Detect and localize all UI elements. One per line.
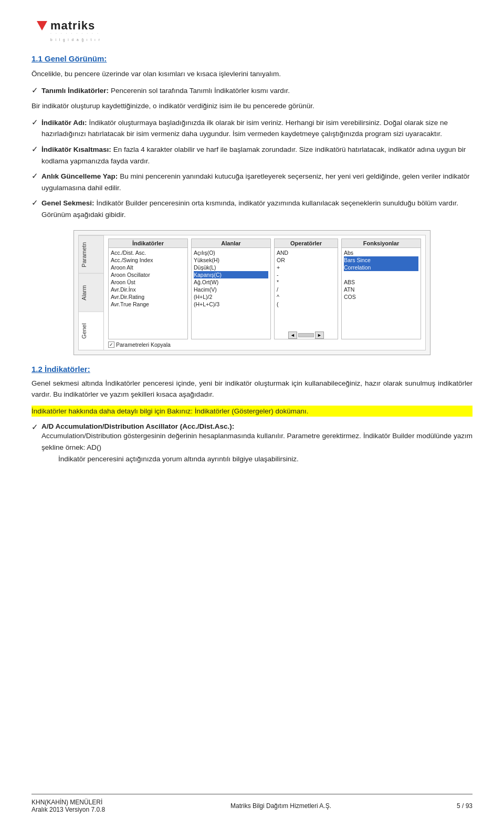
list-item-selected-3: Correlation [344,264,418,271]
list-item: ABS [344,278,418,286]
highlighted-info: İndikatörler hakkında daha detaylı bilgi… [32,406,472,417]
check-label-adi: İndikatör Adı: [41,119,87,127]
list-item: (H+L)/2 [194,293,268,301]
list-item: Acc./Swing Index [111,256,185,264]
logo: matriks · · · · · · · · · · · · · b i l … [32,16,100,45]
footer-right-page-number: 5 / 93 [457,802,472,810]
list-item: Avr.Dir.İnx [111,286,185,293]
list-item: Yüksek(H) [194,256,268,264]
list-item: Aroon Oscillator [111,271,185,278]
op-scrollbar [298,333,314,337]
list-item: Düşük(L) [194,264,268,271]
ss-col-header-operatorler: Operatörler [275,239,338,248]
check-indent-ad: İndikatör penceresini açtığınızda yorum … [41,453,472,465]
check-item-tanimli: ✓ Tanımlı İndikatörler: Pencerenin sol t… [32,85,472,97]
ss-footer: ✓ Parametreleri Kopyala [108,341,421,348]
list-item: ATN [344,286,418,293]
ss-col-header-indikatorler: İndikatörler [109,239,187,248]
list-item: OR [277,256,335,264]
ss-col-body-indikatorler: Acc./Dist. Asc. Acc./Swing Index Aroon A… [109,248,187,339]
check-label-kisaltma: İndikatör Kısaltması: [41,146,111,153]
list-item [344,271,418,278]
list-item: COS [344,293,418,301]
page-footer: KHN(KAHİN) MENÜLERİ Aralık 2013 Versiyon… [32,794,472,813]
check-body-ad: Accumulation/Distribution göstergesinin … [41,430,472,453]
side-tab-alarm[interactable]: Alarm [79,273,103,312]
check-content-ad: A/D Accumulation/Distribution Ascillator… [41,422,472,470]
list-item: ^ [277,293,335,301]
section-2-intro: Genel sekmesi altında İndikatörler pence… [32,378,472,400]
list-item: * [277,278,335,286]
svg-text:matriks: matriks [50,19,95,32]
check-item-kisaltma: ✓ İndikatör Kısaltması: En fazla 4 karak… [32,144,472,167]
ss-col-body-fonksiyonlar: Abs Bars Since Correlation ABS ATN COS [342,248,421,339]
checkmark-icon-2: ✓ [32,118,38,127]
list-item: Aroon Üst [111,278,185,286]
checkmark-icon-6: ✓ [32,422,38,432]
op-left-arrow-button[interactable]: ◄ [288,332,297,339]
svg-text:b i l g i  d a ğ ı t ı m: b i l g i d a ğ ı t ı m [50,38,100,42]
list-item: Avr.Dir.Rating [111,293,185,301]
op-arrows: ◄ ► [275,332,338,339]
check-label-tanimli: Tanımlı İndikatörler: [41,87,109,95]
ss-col-body-operatorler: AND OR + - * / ^ ( [275,248,338,329]
checkmark-icon-4: ✓ [32,171,38,181]
svg-marker-0 [37,21,47,30]
footer-left-line2: Aralık 2013 Versiyon 7.0.8 [32,806,105,813]
list-item: Avr.True Range [111,301,185,308]
footer-left: KHN(KAHİN) MENÜLERİ Aralık 2013 Versiyon… [32,799,105,813]
checkbox-label: Parametreleri Kopyala [116,341,171,348]
ss-col-fonksiyonlar: Fonksiyonlar Abs Bars Since Correlation … [341,239,421,339]
footer-center: Matriks Bilgi Dağıtım Hizmetleri A.Ş. [230,802,331,810]
list-item: AND [277,249,335,256]
list-item: / [277,286,335,293]
list-item: - [277,271,335,278]
list-item-selected: Kapanış(C) [194,271,268,278]
footer-left-line1: KHN(KAHİN) MENÜLERİ [32,799,105,806]
list-item: Ağ.Ort(W) [194,278,268,286]
check-item-adi: ✓ İndikatör Adı: İndikatör oluşturmaya b… [32,117,472,140]
check-body-genel: İndikatör Builder penceresinin orta kısm… [41,199,458,219]
side-tabs-panel: Parametn Alarm Genel [79,235,104,350]
side-tab-genel[interactable]: Genel [79,312,103,350]
screenshot-container: Parametn Alarm Genel İndikatörler Acc./D… [74,230,430,355]
section-1-1-title: 1.1 Genel Görünüm: [32,54,472,63]
check-body-tanimli: Pencerenin sol tarafında Tanımlı İndikat… [111,87,290,95]
check-item-ad: ✓ A/D Accumulation/Distribution Ascillat… [32,422,472,470]
check-item-genel: ✓ Genel Sekmesi: İndikatör Builder pence… [32,198,472,220]
check-label-genel: Genel Sekmesi: [41,199,94,207]
check-content-anlik: Anlık Güncelleme Yap: Bu mini pencerenin… [41,171,472,193]
section-1-2-title: 1.2 İndikatörler: [32,365,472,374]
list-item: + [277,264,335,271]
bir-indikator-text: Bir indikatör oluşturup kaydettiğinizde,… [32,100,472,112]
list-item: (H+L+C)/3 [194,301,268,308]
side-tab-parametn[interactable]: Parametn [79,235,103,274]
page-header: matriks · · · · · · · · · · · · · b i l … [32,16,472,45]
list-item: Hacim(V) [194,286,268,293]
ss-col-header-alanlar: Alanlar [192,239,270,248]
ss-col-alanlar: Alanlar Açılış(O) Yüksek(H) Düşük(L) Kap… [191,239,271,339]
ss-col-header-fonksiyonlar: Fonksiyonlar [342,239,421,248]
checkmark-icon-5: ✓ [32,198,38,208]
list-item: Aroon Alt [111,264,185,271]
check-label-ad: A/D Accumulation/Distribution Ascillator… [41,422,234,430]
screenshot-main: İndikatörler Acc./Dist. Asc. Acc./Swing … [104,235,425,350]
intro-text: Öncelikle, bu pencere üzerinde var olan … [32,68,472,80]
list-item: Açılış(O) [194,249,268,256]
check-body-adi: İndikatör oluşturmaya başladığınızda ilk… [41,119,448,138]
list-item: ( [277,301,335,308]
list-item: Abs [344,249,418,256]
checkbox-box[interactable]: ✓ [108,341,114,348]
checkmark-icon-3: ✓ [32,144,38,154]
ss-col-body-alanlar: Açılış(O) Yüksek(H) Düşük(L) Kapanış(C) … [192,248,270,339]
ss-col-operatorler: Operatörler AND OR + - * / ^ ( [274,239,338,339]
check-content-adi: İndikatör Adı: İndikatör oluşturmaya baş… [41,117,472,140]
check-label-anlik: Anlık Güncelleme Yap: [41,172,118,180]
parametreleri-kopyala-checkbox[interactable]: ✓ Parametreleri Kopyala [108,341,171,348]
ss-columns: İndikatörler Acc./Dist. Asc. Acc./Swing … [108,239,421,339]
op-right-arrow-button[interactable]: ► [315,332,324,339]
check-content-kisaltma: İndikatör Kısaltması: En fazla 4 karakte… [41,144,472,167]
list-item: Acc./Dist. Asc. [111,249,185,256]
check-content-genel: Genel Sekmesi: İndikatör Builder pencere… [41,198,472,220]
screenshot-inner: Parametn Alarm Genel İndikatörler Acc./D… [78,235,426,350]
